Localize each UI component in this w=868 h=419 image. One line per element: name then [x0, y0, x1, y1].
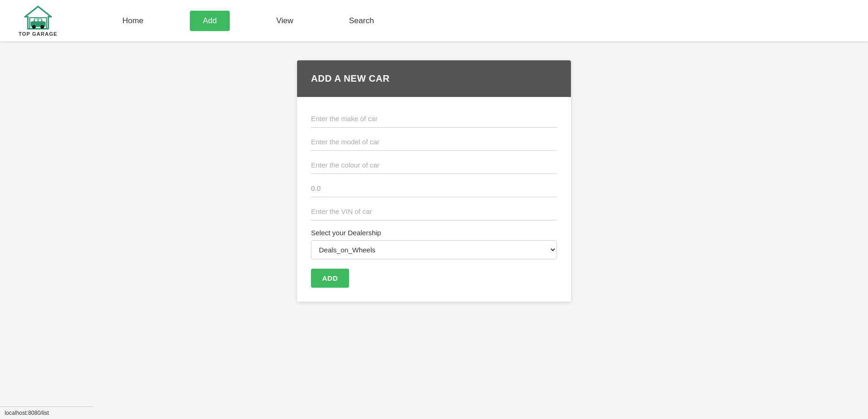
price-field-group — [311, 176, 557, 197]
model-field-group — [311, 129, 557, 151]
status-bar: localhost:8080/list — [0, 406, 93, 419]
card-body: Select your Dealership Deals_on_Wheels A… — [297, 97, 571, 302]
svg-point-5 — [32, 25, 36, 29]
svg-rect-4 — [39, 19, 41, 21]
colour-field-group — [311, 153, 557, 174]
svg-point-6 — [40, 25, 44, 29]
price-input[interactable] — [311, 176, 557, 197]
svg-rect-3 — [35, 19, 38, 21]
nav-home[interactable]: Home — [113, 12, 153, 30]
navbar: TOP GARAGE Home Add View Search — [0, 0, 868, 42]
make-input[interactable] — [311, 106, 557, 128]
nav-add[interactable]: Add — [190, 11, 230, 31]
logo-text: TOP GARAGE — [19, 31, 58, 37]
vin-input[interactable] — [311, 199, 557, 220]
card-header: ADD A NEW CAR — [297, 60, 571, 97]
model-input[interactable] — [311, 129, 557, 151]
nav-links: Home Add View Search — [113, 11, 383, 31]
add-button[interactable]: ADD — [311, 269, 349, 288]
card-title: ADD A NEW CAR — [311, 73, 389, 84]
dealership-select[interactable]: Deals_on_Wheels — [311, 240, 557, 259]
car-house-icon — [24, 5, 52, 30]
dealership-label: Select your Dealership — [311, 229, 557, 237]
nav-search[interactable]: Search — [340, 12, 383, 30]
colour-input[interactable] — [311, 153, 557, 174]
make-field-group — [311, 106, 557, 128]
vin-field-group — [311, 199, 557, 220]
status-url: localhost:8080/list — [5, 410, 49, 416]
nav-view[interactable]: View — [267, 12, 303, 30]
add-car-card: ADD A NEW CAR Select your Dealership Dea… — [297, 60, 571, 302]
main-content: ADD A NEW CAR Select your Dealership Dea… — [0, 42, 868, 320]
logo[interactable]: TOP GARAGE — [19, 5, 58, 37]
